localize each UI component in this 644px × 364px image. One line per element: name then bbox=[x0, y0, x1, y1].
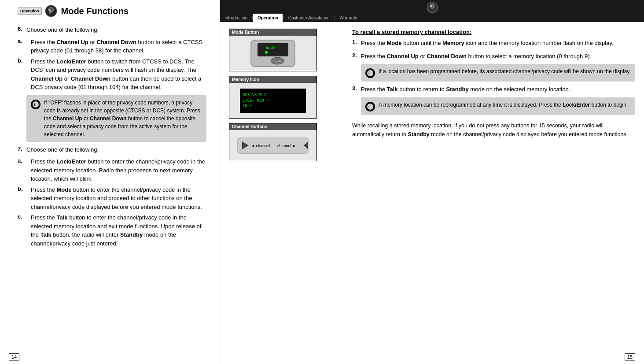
svg-point-12 bbox=[265, 51, 268, 54]
recall-step-3-label: 3. bbox=[352, 85, 359, 94]
mode-button-image: mode mode bbox=[229, 36, 316, 71]
recall-step-2-note-text: If a location has been programmed before… bbox=[379, 67, 631, 75]
recall-step-3-note-text: A memory location can be reprogrammed at… bbox=[379, 101, 628, 109]
operation-badge: Operation bbox=[18, 7, 42, 15]
recall-title: To recall a stored memory channel locati… bbox=[352, 29, 635, 35]
left-page: Operation D Mode Functions 6. Choose one… bbox=[0, 0, 220, 364]
svg-text:mode: mode bbox=[275, 60, 282, 63]
display-line3: 10 ⚡ bbox=[243, 103, 303, 109]
right-header-icon: D bbox=[426, 1, 438, 15]
svg-point-4 bbox=[32, 101, 39, 108]
memory-icon-label: Memory Icon bbox=[229, 76, 316, 83]
step-7-text: Choose one of the following: bbox=[26, 145, 206, 154]
mode-button-box: Mode Button mode mode bbox=[229, 29, 317, 71]
step-7b-row: b. Press the Mode button to enter the ch… bbox=[18, 186, 206, 212]
display-line1: DCS VX W 2 bbox=[243, 92, 303, 98]
step-7a-label: a. bbox=[18, 157, 31, 183]
recall-step-2-text: Press the Channel Up or Channel Down but… bbox=[361, 52, 635, 61]
recall-step-2: 2. Press the Channel Up or Channel Down … bbox=[352, 52, 635, 61]
memory-icon-box: Memory Icon DCS VX W 2 CTCS⚡ MEM ⚡ 10 ⚡ bbox=[229, 76, 317, 119]
step-7a-content: Press the Lock/Enter button to enter the… bbox=[31, 157, 206, 183]
recall-step-3-text: Press the Talk button to return to Stand… bbox=[361, 85, 635, 94]
step-6a-row: a. Press the Channel Up or Channel Down … bbox=[18, 38, 206, 55]
recall-step-2-note: i If a location has been programmed befo… bbox=[361, 64, 635, 82]
body-content: Mode Button mode mode Memory I bbox=[220, 24, 644, 364]
tab-operation[interactable]: Operation bbox=[253, 14, 283, 22]
step-6b-content: Press the Lock/Enter button to switch fr… bbox=[31, 57, 206, 92]
mode-button-label: Mode Button bbox=[229, 29, 316, 36]
svg-text:i: i bbox=[368, 104, 370, 109]
channel-buttons-label: Channel Buttons bbox=[229, 123, 316, 130]
right-right-col: To recall a stored memory channel locati… bbox=[343, 24, 644, 364]
left-page-number: 14 bbox=[9, 353, 19, 360]
note-icon-6: i bbox=[31, 100, 40, 109]
step-6-note: i If "OFF" flashes in place of the priva… bbox=[26, 95, 206, 142]
recall-footer: While recalling a stored memory location… bbox=[352, 121, 635, 139]
display-screen: DCS VX W 2 CTCS⚡ MEM ⚡ 10 ⚡ bbox=[240, 89, 306, 113]
step-7c-row: c. Press the Talk button to enter the ch… bbox=[18, 213, 206, 248]
memory-icon-image: DCS VX W 2 CTCS⚡ MEM ⚡ 10 ⚡ bbox=[229, 83, 316, 118]
right-page-number: 15 bbox=[625, 353, 635, 360]
channel-btns-svg: ◄ channel channel ► bbox=[236, 134, 310, 158]
step-7b-label: b. bbox=[18, 186, 31, 212]
recall-step-1-text: Press the Mode button until the Memory i… bbox=[361, 39, 635, 48]
page-title: Mode Functions bbox=[61, 6, 129, 16]
note-icon-r3: i bbox=[365, 102, 375, 111]
step-7-row: 7. Choose one of the following: bbox=[18, 145, 206, 154]
recall-step-3-note: i A memory location can be reprogrammed … bbox=[361, 97, 635, 115]
step-7b-content: Press the Mode button to enter the chann… bbox=[31, 186, 206, 212]
svg-point-2 bbox=[49, 11, 52, 14]
step-7a-row: a. Press the Lock/Enter button to enter … bbox=[18, 157, 206, 183]
left-header: Operation D Mode Functions bbox=[18, 4, 206, 18]
step-6-section: 6. Choose one of the following: a. Press… bbox=[18, 26, 206, 142]
display-line2: CTCS⚡ MEM ⚡ bbox=[243, 98, 303, 104]
step-7-label: 7. bbox=[18, 145, 24, 154]
svg-text:◄ channel: ◄ channel bbox=[251, 144, 270, 148]
step-7c-content: Press the Talk button to enter the chann… bbox=[31, 213, 206, 248]
mode-icon: D bbox=[44, 4, 58, 18]
channel-buttons-box: Channel Buttons ◄ channel channel ► bbox=[229, 123, 317, 161]
step-7c-label: c. bbox=[18, 213, 31, 248]
step-6a-label: a. bbox=[18, 38, 31, 55]
step-6-text: Choose one of the following: bbox=[26, 26, 206, 34]
step-6b-row: b. Press the Lock/Enter button to switch… bbox=[18, 57, 206, 92]
mode-btn-svg: mode mode bbox=[238, 38, 308, 69]
svg-text:mode: mode bbox=[266, 46, 275, 50]
recall-step-2-label: 2. bbox=[352, 52, 359, 61]
right-header-bar: D Introduction | Operation | Customer As… bbox=[220, 0, 644, 22]
step-6a-content: Press the Channel Up or Channel Down but… bbox=[31, 38, 206, 55]
step-6-row: 6. Choose one of the following: bbox=[18, 26, 206, 34]
recall-step-1-label: 1. bbox=[352, 39, 359, 48]
svg-text:i: i bbox=[368, 71, 370, 76]
channel-buttons-image: ◄ channel channel ► bbox=[229, 130, 316, 161]
svg-rect-10 bbox=[258, 43, 288, 56]
svg-point-23 bbox=[367, 103, 374, 110]
svg-text:channel ►: channel ► bbox=[277, 144, 296, 148]
right-left-col: Mode Button mode mode Memory I bbox=[220, 24, 343, 364]
svg-text:D: D bbox=[49, 8, 52, 11]
tab-warranty[interactable]: Warranty bbox=[335, 14, 361, 22]
svg-text:i: i bbox=[34, 102, 35, 107]
tab-customer-assistance[interactable]: Customer Assistance bbox=[284, 14, 334, 22]
svg-text:D: D bbox=[431, 5, 432, 7]
tab-introduction[interactable]: Introduction bbox=[220, 14, 252, 22]
recall-step-1: 1. Press the Mode button until the Memor… bbox=[352, 39, 635, 48]
right-mode-icon: D bbox=[426, 1, 438, 14]
step-6-label: 6. bbox=[18, 26, 24, 34]
note-icon-r2: i bbox=[365, 68, 375, 78]
step-7-section: 7. Choose one of the following: a. Press… bbox=[18, 145, 206, 248]
recall-step-3: 3. Press the Talk button to return to St… bbox=[352, 85, 635, 94]
step-6-note-text: If "OFF" flashes in place of the privacy… bbox=[44, 99, 202, 138]
svg-point-21 bbox=[367, 70, 374, 77]
right-page: D Introduction | Operation | Customer As… bbox=[220, 0, 644, 364]
step-6b-label: b. bbox=[18, 57, 31, 92]
